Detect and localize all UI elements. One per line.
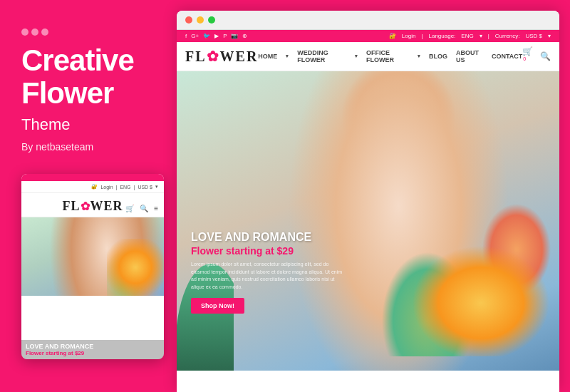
browser-dot-red: [185, 16, 192, 24]
author-text: By netbaseteam: [21, 141, 155, 153]
mobile-hero-title: LOVE AND ROMANCE: [26, 343, 160, 351]
dot-3: [41, 29, 48, 36]
mobile-logo-bar: FL✿WER 🛒 🔍 ≡: [21, 193, 164, 217]
browser-chrome: [177, 11, 559, 30]
login-icon-top: 🔐: [389, 33, 396, 39]
hero-subtitle: Flower starting at $29: [191, 245, 348, 257]
mobile-currency: USD $: [138, 185, 152, 190]
nav-office-flower[interactable]: OFFICE FLOWER: [366, 49, 409, 63]
mobile-login-icon: 🔐: [91, 184, 98, 190]
mobile-hero-image: [21, 217, 164, 296]
facebook-icon: f: [185, 33, 187, 39]
mobile-cart-icon: 🛒: [125, 205, 134, 212]
nav-blog[interactable]: BLOG: [429, 53, 447, 60]
nav-links: HOME ▾ WEDDING FLOWER ▾ OFFICE FLOWER ▾ …: [258, 49, 522, 63]
nav-chevron-home: ▾: [286, 53, 289, 59]
mobile-flowers: [107, 239, 164, 296]
logo-flower-icon: ✿: [207, 48, 220, 64]
mobile-mockup: 🔐 Login | ENG | USD $ ▾ FL✿WER 🛒 🔍 ≡ LOV…: [21, 174, 164, 359]
topbar-login[interactable]: Login: [402, 33, 416, 39]
nav-chevron-wedding: ▾: [355, 53, 358, 59]
pinterest-icon: P: [223, 33, 227, 39]
nav-icons: 🛒0 🔍: [522, 46, 551, 66]
hero-section: LOVE AND ROMANCE Flower starting at $29 …: [177, 71, 559, 371]
mobile-search-icon: 🔍: [140, 205, 148, 212]
mobile-hero-subtitle: Flower starting at $29: [26, 350, 160, 356]
left-panel: Creative Flower Theme By netbaseteam 🔐 L…: [0, 0, 177, 392]
theme-subtitle: Theme: [21, 115, 155, 134]
instagram-icon: 📷: [231, 33, 238, 39]
mobile-logo-icon: ✿: [81, 200, 90, 212]
nav-chevron-office: ▾: [418, 53, 420, 59]
topbar-currency-label: Currency:: [495, 33, 520, 39]
lang-chevron: ▾: [480, 33, 482, 39]
desktop-site: f G+ 🐦 ▶ P 📷 ⊕ 🔐 Login | Language: ENG ▾…: [177, 30, 559, 392]
nav-about[interactable]: ABOUT US: [456, 49, 483, 63]
shop-now-button[interactable]: Shop Now!: [191, 298, 244, 314]
topbar-language-value[interactable]: ENG: [461, 33, 473, 39]
browser-dot-yellow: [197, 16, 204, 24]
site-navbar: FL✿WER HOME ▾ WEDDING FLOWER ▾ OFFICE FL…: [177, 42, 559, 71]
browser-dot-green: [208, 16, 215, 24]
youtube-icon: ▶: [214, 33, 219, 39]
site-topbar: f G+ 🐦 ▶ P 📷 ⊕ 🔐 Login | Language: ENG ▾…: [177, 30, 559, 42]
topbar-separator-2: |: [488, 33, 489, 39]
hero-flowers-right: [374, 178, 552, 356]
theme-title: Creative Flower: [21, 44, 155, 110]
mobile-top-bar: [21, 174, 164, 181]
nav-contact[interactable]: CONTACT: [492, 53, 522, 60]
currency-chevron: ▾: [548, 33, 551, 39]
mobile-login-label: Login: [100, 185, 113, 190]
hero-content: LOVE AND ROMANCE Flower starting at $29 …: [191, 230, 348, 314]
google-icon: G+: [191, 33, 199, 39]
decorative-dots: [21, 29, 155, 36]
cart-icon[interactable]: 🛒0: [522, 46, 534, 66]
hero-body-text: Lorem ipsum dolor sit amet, consectetur …: [191, 261, 348, 291]
topbar-social-icons: f G+ 🐦 ▶ P 📷 ⊕: [185, 33, 247, 39]
search-icon[interactable]: 🔍: [540, 51, 551, 61]
mobile-logo: FL✿WER: [62, 199, 123, 214]
topbar-right: 🔐 Login | Language: ENG ▾ | Currency: US…: [389, 33, 551, 39]
mobile-lang: ENG: [120, 185, 130, 190]
topbar-separator-1: |: [421, 33, 423, 39]
nav-home[interactable]: HOME: [258, 53, 277, 60]
topbar-currency-value[interactable]: USD $: [525, 33, 542, 39]
mobile-hero-overlay: LOVE AND ROMANCE Flower starting at $29: [21, 340, 164, 360]
right-panel: f G+ 🐦 ▶ P 📷 ⊕ 🔐 Login | Language: ENG ▾…: [177, 11, 559, 392]
dot-2: [31, 29, 38, 36]
twitter-icon: 🐦: [203, 33, 210, 39]
dot-1: [21, 29, 28, 36]
topbar-language-label: Language:: [429, 33, 456, 39]
nav-wedding-flower[interactable]: WEDDING FLOWER: [297, 49, 346, 63]
site-logo: FL✿WER: [185, 48, 258, 65]
mobile-icons-row: 🛒 🔍 ≡: [120, 203, 164, 214]
mobile-header-bar: 🔐 Login | ENG | USD $ ▾: [21, 181, 164, 193]
mobile-menu-icon: ≡: [154, 205, 158, 212]
rss-icon: ⊕: [242, 33, 247, 39]
hero-title: LOVE AND ROMANCE: [191, 230, 348, 245]
